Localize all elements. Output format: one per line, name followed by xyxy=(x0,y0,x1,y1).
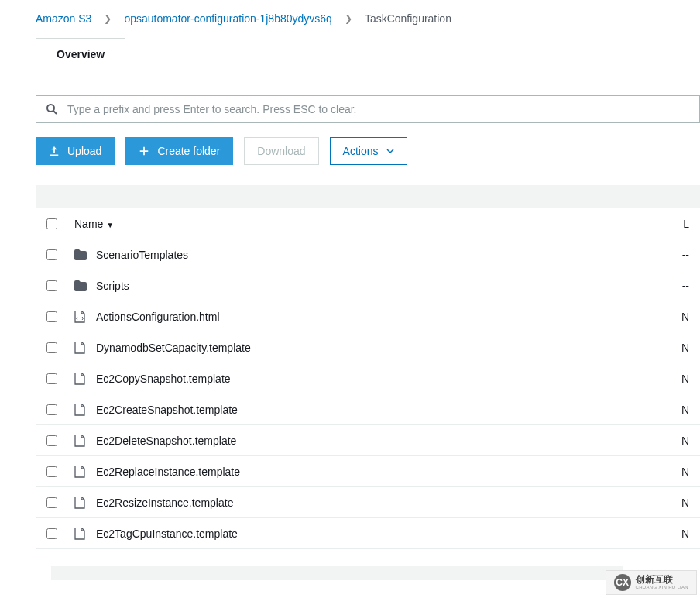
column-header-name[interactable]: Name▼ xyxy=(74,218,678,230)
object-last: N xyxy=(678,435,689,447)
sort-caret-icon: ▼ xyxy=(106,221,114,229)
toolbar: Upload Create folder Download Actions xyxy=(36,137,700,165)
download-button: Download xyxy=(244,137,318,165)
row-checkbox[interactable] xyxy=(46,435,57,446)
object-name[interactable]: Scripts xyxy=(96,280,678,292)
breadcrumb-root[interactable]: Amazon S3 xyxy=(36,12,91,25)
table-row[interactable]: Ec2ReplaceInstance.templateN xyxy=(36,456,700,487)
breadcrumb-current: TaskConfiguration xyxy=(365,12,451,25)
table-row[interactable]: DynamodbSetCapacity.templateN xyxy=(36,332,700,363)
row-checkbox[interactable] xyxy=(46,404,57,415)
object-name[interactable]: Ec2TagCpuInstance.template xyxy=(96,528,678,540)
table-row[interactable]: Ec2CreateSnapshot.templateN xyxy=(36,394,700,425)
upload-label: Upload xyxy=(67,145,101,157)
chevron-down-icon xyxy=(386,147,394,155)
breadcrumb-bucket[interactable]: opsautomator-configuration-1j8b80ydyvs6q xyxy=(124,12,332,25)
chevron-right-icon: ❯ xyxy=(104,13,112,24)
object-last: N xyxy=(678,342,689,354)
search-icon xyxy=(36,103,67,115)
object-last: -- xyxy=(678,280,689,292)
upload-icon xyxy=(49,146,60,156)
object-name[interactable]: ScenarioTemplates xyxy=(96,249,678,261)
tab-bar: Overview xyxy=(0,37,700,70)
object-last: N xyxy=(678,373,689,385)
file-icon xyxy=(74,497,96,509)
table-row[interactable]: ScenarioTemplates-- xyxy=(36,239,700,270)
row-checkbox[interactable] xyxy=(46,280,57,291)
file-icon xyxy=(74,404,96,416)
object-name[interactable]: Ec2CopySnapshot.template xyxy=(96,373,678,385)
search-input[interactable] xyxy=(67,96,699,122)
table-row[interactable]: Ec2CopySnapshot.templateN xyxy=(36,363,700,394)
watermark-icon: CX xyxy=(614,574,631,580)
object-name[interactable]: DynamodbSetCapacity.template xyxy=(96,342,678,354)
table-row[interactable]: Ec2ResizeInstance.templateN xyxy=(36,487,700,518)
folder-icon xyxy=(74,280,96,291)
object-last: N xyxy=(678,404,689,416)
table-row[interactable]: ActionsConfiguration.htmlN xyxy=(36,301,700,332)
column-name-label: Name xyxy=(74,218,103,230)
row-checkbox[interactable] xyxy=(46,249,57,260)
row-checkbox[interactable] xyxy=(46,466,57,477)
create-folder-label: Create folder xyxy=(157,145,220,157)
scrollbar[interactable] xyxy=(51,566,623,580)
row-checkbox[interactable] xyxy=(46,373,57,384)
row-checkbox[interactable] xyxy=(46,528,57,539)
object-last: N xyxy=(678,528,689,540)
upload-button[interactable]: Upload xyxy=(36,137,115,165)
object-name[interactable]: Ec2ResizeInstance.template xyxy=(96,497,678,509)
row-checkbox[interactable] xyxy=(46,311,57,322)
object-name[interactable]: Ec2ReplaceInstance.template xyxy=(96,466,678,478)
plus-icon xyxy=(139,146,149,156)
select-all-checkbox[interactable] xyxy=(46,218,57,229)
object-table: Name▼ L ScenarioTemplates--Scripts--Acti… xyxy=(36,208,700,549)
divider-bar xyxy=(36,185,700,208)
watermark-ch: 创新互联 xyxy=(636,575,688,580)
table-header: Name▼ L xyxy=(36,208,700,239)
column-header-last[interactable]: L xyxy=(678,218,689,230)
file-icon xyxy=(74,373,96,385)
actions-label: Actions xyxy=(343,145,379,157)
folder-icon xyxy=(74,249,96,260)
svg-line-1 xyxy=(53,111,57,114)
object-last: N xyxy=(678,466,689,478)
breadcrumb: Amazon S3 ❯ opsautomator-configuration-1… xyxy=(0,0,700,37)
object-name[interactable]: Ec2DeleteSnapshot.template xyxy=(96,435,678,447)
watermark: CX 创新互联 CHUANG XIN HU LIAN xyxy=(606,570,697,580)
table-row[interactable]: Ec2TagCpuInstance.templateN xyxy=(36,518,700,549)
download-label: Download xyxy=(257,145,305,157)
table-row[interactable]: Scripts-- xyxy=(36,270,700,301)
object-name[interactable]: ActionsConfiguration.html xyxy=(96,311,678,323)
chevron-right-icon: ❯ xyxy=(345,13,352,24)
object-last: N xyxy=(678,497,689,509)
table-row[interactable]: Ec2DeleteSnapshot.templateN xyxy=(36,425,700,456)
object-last: -- xyxy=(678,249,689,261)
file-icon xyxy=(74,435,96,447)
row-checkbox[interactable] xyxy=(46,497,57,508)
svg-point-0 xyxy=(47,105,54,112)
file-icon xyxy=(74,528,96,540)
row-checkbox[interactable] xyxy=(46,342,57,353)
html-file-icon xyxy=(74,311,96,323)
object-name[interactable]: Ec2CreateSnapshot.template xyxy=(96,404,678,416)
actions-dropdown[interactable]: Actions xyxy=(330,137,407,165)
create-folder-button[interactable]: Create folder xyxy=(125,137,233,165)
file-icon xyxy=(74,342,96,354)
file-icon xyxy=(74,466,96,478)
object-last: N xyxy=(678,311,689,323)
tab-overview[interactable]: Overview xyxy=(36,38,125,70)
search-container xyxy=(36,95,700,123)
